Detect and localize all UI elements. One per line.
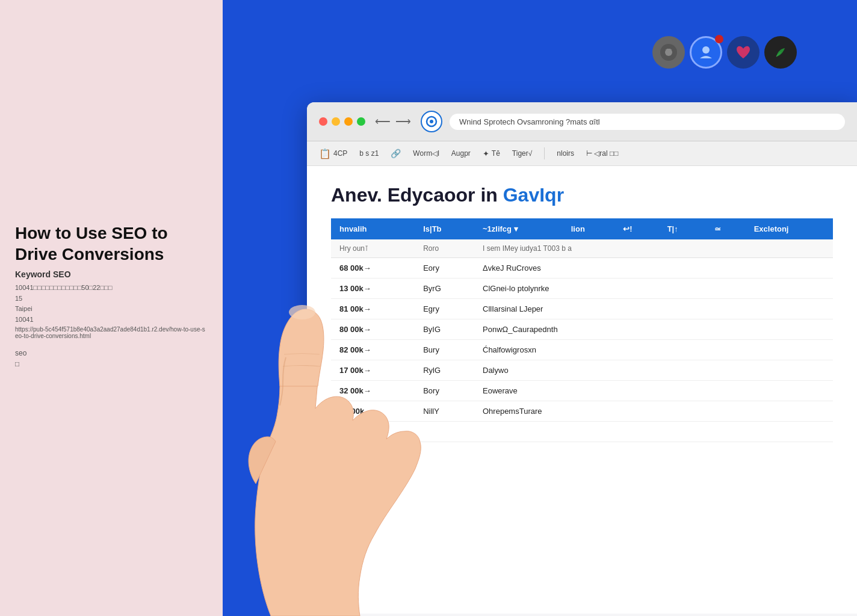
- cell-6-1: Bory: [415, 381, 474, 401]
- subheader-0: Hry oun⊺: [331, 239, 415, 258]
- table-row: 81 00k→ Egry CllIarsinal LJeper: [331, 299, 833, 319]
- metric-8: 8F 00k→: [331, 422, 415, 442]
- page-title-part2: GavIqr: [503, 184, 564, 206]
- traffic-lights: [319, 117, 365, 126]
- toolbar-item-nloirs[interactable]: nloirs: [557, 149, 574, 158]
- toolbar-item-worm[interactable]: Worm◁l: [413, 149, 439, 158]
- toolbar-item-2[interactable]: 🔗: [391, 149, 401, 158]
- cell-5-2: Dalywo: [474, 360, 833, 381]
- nav-back-button[interactable]: ⟵: [375, 115, 391, 128]
- article-url[interactable]: https://pub-5c454f571b8e40a3a2aad27ade84…: [15, 326, 208, 339]
- table-row: 68 00k→ Eory ΔvkeJ RuCroves: [331, 258, 833, 279]
- article-title: How to Use SEO to Drive Conversions: [15, 223, 208, 265]
- address-text: Wnind Sprotech Ovsamroning ?mats αītl: [459, 117, 600, 126]
- cell-1-1: ByrG: [415, 279, 474, 299]
- user-icon: [698, 44, 714, 61]
- fullscreen-button[interactable]: [357, 117, 365, 126]
- cell-4-2: Ćhalfowigrosxn: [474, 340, 833, 360]
- main-area: ⟵ ⟶ Wnind Sprotech Ovsamroning ?mats αīt…: [223, 0, 857, 616]
- col-header-0: hnvalih: [331, 218, 415, 239]
- table-row: 13 00k→ ByrG ClGnei-lo ptolynrke: [331, 279, 833, 299]
- cell-0-1: Eory: [415, 258, 474, 279]
- cell-3-2: PonwΩ_Caurapednth: [474, 319, 833, 340]
- notification-dot: [715, 35, 723, 43]
- nav-buttons: ⟵ ⟶: [375, 115, 411, 128]
- cell-7-2: OhrepemsTurare: [474, 401, 833, 422]
- cell-3-1: ByIG: [415, 319, 474, 340]
- cell-4-1: Bury: [415, 340, 474, 360]
- toolbar-item-1[interactable]: b s z1: [359, 149, 379, 158]
- metric-6: 32 00k→: [331, 381, 415, 401]
- svg-point-4: [430, 120, 433, 123]
- col-header-3: lion: [563, 218, 615, 239]
- cell-0-2: ΔvkeJ RuCroves: [474, 258, 833, 279]
- nav-forward-button[interactable]: ⟶: [395, 115, 411, 128]
- metric-1: 13 00k→: [331, 279, 415, 299]
- col-header-1: Is|Tb: [415, 218, 474, 239]
- toolbar-item-tiger[interactable]: Tiger√: [512, 149, 532, 158]
- cell-2-1: Egry: [415, 299, 474, 319]
- cell-8-1: [415, 422, 474, 442]
- svg-point-2: [702, 46, 710, 54]
- maximize-button-orange[interactable]: [344, 117, 353, 126]
- cell-8-2: [474, 422, 833, 442]
- table-subheader-row: Hry oun⊺ Roro I sem IMey iudya1 T003 b a: [331, 239, 833, 258]
- cell-7-1: NillY: [415, 401, 474, 422]
- table-row: 80 00k→ ByIG PonwΩ_Caurapednth: [331, 319, 833, 340]
- col-header-5: T|↑: [659, 218, 706, 239]
- menu-icon: [659, 43, 678, 62]
- browser-content: Anev. Edycaoor in GavIqr hnvalih Is|Tb ~…: [307, 166, 857, 614]
- address-bar[interactable]: Wnind Sprotech Ovsamroning ?mats αītl: [450, 114, 845, 130]
- icon-circle-1[interactable]: [652, 36, 685, 69]
- toolbar-item-ural[interactable]: ⊢ ◁ral □□: [586, 149, 619, 158]
- address-search-icon: [421, 111, 442, 132]
- subheader-1: Roro: [415, 239, 474, 258]
- cell-2-2: CllIarsinal LJeper: [474, 299, 833, 319]
- page-title-main: Anev. Edycaoor in GavIqr: [331, 184, 833, 206]
- icon-circle-4[interactable]: [764, 36, 797, 69]
- article-meta: 10041□□□□□□□□□□□□50□22□□□ 15 Taipei 1004…: [15, 283, 208, 325]
- toolbar-icon-0: 📋: [319, 148, 331, 159]
- article-category: Keyword SEO: [15, 270, 208, 279]
- metric-0: 68 00k→: [331, 258, 415, 279]
- icon-circle-2[interactable]: [690, 36, 722, 69]
- toolbar-item-augpr[interactable]: Augpr: [451, 149, 471, 158]
- icon-circle-3[interactable]: [727, 36, 760, 69]
- cell-5-1: RylG: [415, 360, 474, 381]
- metric-7: S0 00k→: [331, 401, 415, 422]
- col-header-4: ↩!: [614, 218, 658, 239]
- table-row: 32 00k→ Bory Eowerave: [331, 381, 833, 401]
- table-row: 8F 00k→: [331, 422, 833, 442]
- page-title-part1: Anev. Edycaoor in: [331, 184, 498, 206]
- metric-3: 80 00k→: [331, 319, 415, 340]
- article-tag: seo: [15, 349, 208, 357]
- subheader-2: I sem IMey iudya1 T003 b a: [474, 239, 833, 258]
- close-button[interactable]: [319, 117, 327, 126]
- sidebar: How to Use SEO to Drive Conversions Keyw…: [0, 0, 223, 616]
- cell-6-2: Eowerave: [474, 381, 833, 401]
- browser-window: ⟵ ⟶ Wnind Sprotech Ovsamroning ?mats αīt…: [307, 102, 857, 616]
- toolbar-item-0[interactable]: 📋 4CP: [319, 148, 347, 159]
- svg-point-1: [665, 49, 672, 56]
- table-row: 17 00k→ RylG Dalywo: [331, 360, 833, 381]
- data-table: hnvalih Is|Tb ~1zlifcg ▾ lion ↩! T|↑ ≃ E…: [331, 218, 833, 442]
- col-header-2: ~1zlifcg ▾: [474, 218, 563, 239]
- metric-4: 82 00k→: [331, 340, 415, 360]
- toolbar-item-te[interactable]: ✦ Tē: [483, 149, 500, 158]
- leaf-icon: [772, 43, 790, 61]
- browser-chrome: ⟵ ⟶ Wnind Sprotech Ovsamroning ?mats αīt…: [307, 102, 857, 141]
- col-header-7: Excletonj: [746, 218, 833, 239]
- toolbar-separator: [544, 147, 545, 159]
- address-bar-container: Wnind Sprotech Ovsamroning ?mats αītl: [421, 111, 845, 132]
- browser-toolbar: 📋 4CP b s z1 🔗 Worm◁l Augpr ✦ Tē Tiger√: [307, 141, 857, 166]
- star-icon: ✦: [483, 149, 489, 158]
- link-icon: 🔗: [391, 149, 401, 158]
- metric-5: 17 00k→: [331, 360, 415, 381]
- minimize-button[interactable]: [332, 117, 340, 126]
- table-header-row: hnvalih Is|Tb ~1zlifcg ▾ lion ↩! T|↑ ≃ E…: [331, 218, 833, 239]
- table-row: 82 00k→ Bury Ćhalfowigrosxn: [331, 340, 833, 360]
- page-header: Anev. Edycaoor in GavIqr: [331, 184, 833, 206]
- cell-1-2: ClGnei-lo ptolynrke: [474, 279, 833, 299]
- article-icon: □: [15, 360, 208, 368]
- table-row: S0 00k→ NillY OhrepemsTurare: [331, 401, 833, 422]
